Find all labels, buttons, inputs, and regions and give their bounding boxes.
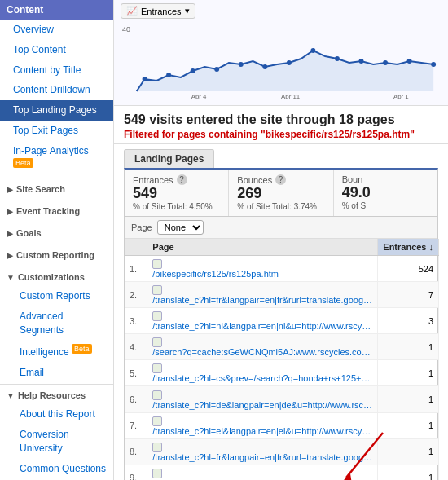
page-link[interactable]: /translate_c?hl=de&langpair=en|de&u=http… — [152, 400, 372, 410]
tab-landing-pages[interactable]: Landing Pages — [124, 149, 214, 168]
sidebar-item-advanced-segments[interactable]: Advanced Segments — [0, 306, 113, 341]
page-link[interactable]: /translate_c?hl=cs&prev=/search?q=honda+… — [152, 373, 372, 383]
sidebar-section-custom-reporting[interactable]: ▶ Custom Reporting — [0, 246, 113, 264]
sidebar-item-custom-reports[interactable]: Custom Reports — [0, 286, 113, 306]
sort-select[interactable]: None — [157, 220, 204, 235]
page-link[interactable]: /translate_c?hl=fr&langpair=en|fr&rurl=t… — [152, 295, 372, 305]
metric-bounce-rate-value: 49.0 — [342, 184, 429, 201]
row-entrances: 1 — [378, 360, 439, 386]
sidebar-section-goals[interactable]: ▶ Goals — [0, 224, 113, 242]
svg-point-13 — [407, 59, 412, 64]
svg-point-12 — [383, 60, 388, 65]
svg-text:Apr 11: Apr 11 — [281, 93, 301, 99]
table-body: 1. /bikespecific/rs125/rs125pa.htm 524 2… — [125, 256, 439, 481]
table-row: 9. /translate_c?hl=fr&langpair=en|fr&rur… — [125, 465, 439, 480]
row-page: /translate_c?hl=fr&langpair=en|fr&rurl=t… — [147, 438, 378, 465]
row-entrances: 1 — [378, 412, 439, 438]
page-link[interactable]: /bikespecific/rs125/rs125pa.htm — [152, 269, 372, 279]
metric-bounces-sub: % of Site Total: 3.74% — [237, 202, 324, 211]
table-row: 4. /search?q=cache:sGeWCNQmi5AJ:www.rscy… — [125, 334, 439, 360]
sidebar-item-top-landing-pages[interactable]: Top Landing Pages — [0, 100, 113, 121]
sidebar-item-about-report[interactable]: About this Report — [0, 404, 113, 425]
row-entrances: 3 — [378, 308, 439, 334]
row-number: 3. — [125, 308, 147, 334]
sidebar-section-customizations[interactable]: ▼ Customizations — [0, 268, 113, 286]
collapse-icon: ▶ — [7, 229, 13, 238]
row-number: 9. — [125, 465, 147, 480]
table-row: 5. /translate_c?hl=cs&prev=/search?q=hon… — [125, 360, 439, 386]
metric-bounces: Bounces ? 269 % of Site Total: 3.74% — [229, 170, 333, 216]
data-table: Page Entrances ↓ 1. /bikespecific/rs125/… — [125, 239, 439, 480]
page-icon — [152, 259, 162, 269]
col-entrances[interactable]: Entrances ↓ — [378, 239, 439, 256]
page-link[interactable]: /translate_c?hl=fr&langpair=en|fr&rurl=t… — [152, 452, 372, 462]
tab-bar: Landing Pages — [114, 144, 448, 168]
divider — [0, 244, 113, 244]
sidebar-item-content-drilldown[interactable]: Content Drilldown — [0, 80, 113, 100]
chart-dropdown-label: Entrances — [141, 7, 182, 16]
collapse-icon: ▶ — [7, 185, 13, 194]
row-page: /translate_c?hl=cs&prev=/search?q=honda+… — [147, 360, 378, 386]
sidebar-item-in-page-analytics[interactable]: In-Page Analytics Beta — [0, 141, 113, 177]
page-icon — [152, 337, 162, 347]
col-page: Page — [147, 239, 378, 256]
sidebar-section-help[interactable]: ▼ Help Resources — [0, 386, 113, 404]
metric-entrances: Page Entrances ? 549 % of Site Total: 4.… — [125, 170, 229, 216]
sidebar: Content Overview Top Content Content by … — [0, 0, 114, 480]
beta-badge: Beta — [72, 344, 92, 354]
beta-badge: Beta — [13, 158, 33, 168]
row-number: 4. — [125, 334, 147, 360]
sidebar-item-content-by-title[interactable]: Content by Title — [0, 60, 113, 81]
row-page: /translate_c?hl=el&langpair=en|el&u=http… — [147, 412, 378, 438]
row-page: /bikespecific/rs125/rs125pa.htm — [147, 256, 378, 282]
chevron-down-icon: ▾ — [185, 6, 190, 16]
page-icon — [152, 363, 162, 373]
page-icon — [152, 469, 162, 478]
data-table-container: Page None Page Entrances ↓ 1. /bikespeci… — [124, 217, 438, 480]
table-row: 1. /bikespecific/rs125/rs125pa.htm 524 — [125, 256, 439, 282]
sidebar-item-conversion-university[interactable]: Conversion University — [0, 425, 113, 459]
page-icon — [152, 390, 162, 400]
page-icon — [152, 443, 162, 452]
row-page: /translate_c?hl=fr&langpair=en|fr&rurl=t… — [147, 282, 378, 308]
row-number: 8. — [125, 438, 147, 465]
divider — [0, 222, 113, 222]
svg-text:Apr 4: Apr 4 — [191, 93, 207, 99]
sidebar-item-intelligence[interactable]: Intelligence Beta — [0, 341, 113, 363]
sidebar-item-common-questions[interactable]: Common Questions — [0, 459, 113, 479]
chart-dropdown[interactable]: 📈 Entrances ▾ — [121, 3, 195, 19]
sidebar-item-email[interactable]: Email — [0, 363, 113, 383]
page-icon — [152, 311, 162, 321]
page-link[interactable]: /translate_c?hl=nl&langpair=en|nl&u=http… — [152, 321, 372, 331]
help-icon-bounces[interactable]: ? — [275, 174, 286, 185]
sidebar-section-content: Content — [0, 0, 113, 20]
sidebar-section-site-search[interactable]: ▶ Site Search — [0, 180, 113, 198]
page-icon — [152, 416, 162, 426]
sidebar-section-event-tracking[interactable]: ▶ Event Tracking — [0, 202, 113, 220]
page-link[interactable]: /search?q=cache:sGeWCNQmi5AJ:www.rscycle… — [152, 347, 372, 357]
help-icon[interactable]: ? — [177, 174, 187, 185]
svg-point-7 — [262, 64, 267, 69]
table-row: 7. /translate_c?hl=el&langpair=en|el&u=h… — [125, 412, 439, 438]
trend-icon: 📈 — [126, 6, 138, 16]
svg-point-14 — [431, 62, 436, 67]
metric-label-bounces: Bounces — [237, 175, 272, 185]
page-link[interactable]: /translate_c?hl=el&langpair=en|el&u=http… — [152, 426, 372, 436]
col-num — [125, 239, 147, 256]
divider — [0, 384, 113, 385]
table-row: 8. /translate_c?hl=fr&langpair=en|fr&rur… — [125, 438, 439, 465]
filter-description: Filtered for pages containing "bikespeci… — [124, 129, 438, 140]
stats-header: 549 visits entered the site through 18 p… — [114, 106, 448, 144]
svg-marker-1 — [137, 51, 433, 91]
svg-point-2 — [143, 77, 147, 81]
row-entrances: 1 — [378, 386, 439, 412]
table-row: 3. /translate_c?hl=nl&langpair=en|nl&u=h… — [125, 308, 439, 334]
sidebar-item-top-exit-pages[interactable]: Top Exit Pages — [0, 121, 113, 141]
svg-text:Apr 1: Apr 1 — [393, 93, 409, 99]
svg-point-8 — [287, 60, 292, 65]
sidebar-item-top-content[interactable]: Top Content — [0, 40, 113, 60]
collapse-icon: ▶ — [7, 207, 13, 216]
page-icon — [152, 285, 162, 295]
sidebar-item-overview[interactable]: Overview — [0, 20, 113, 40]
sort-label: Page — [131, 222, 152, 232]
